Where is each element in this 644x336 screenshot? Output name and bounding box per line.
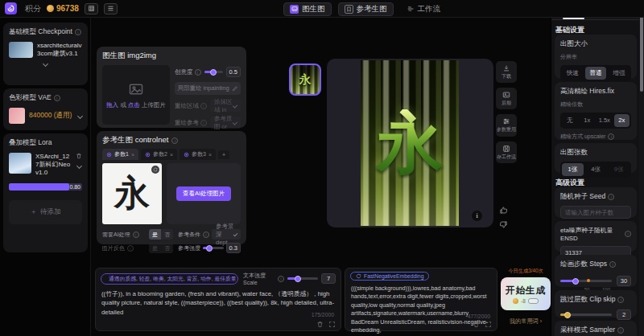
ref-strength-knob[interactable] — [206, 245, 213, 252]
no-option[interactable]: 否 — [161, 243, 173, 253]
menu-icon[interactable] — [104, 3, 118, 14]
thumbnail-glyph: 永 — [299, 72, 312, 88]
checkpoint-thumbnail — [9, 42, 33, 58]
chevron-down-icon[interactable] — [77, 113, 83, 118]
invert-toggle[interactable]: 是否 — [149, 243, 173, 253]
expand-icon[interactable] — [328, 321, 336, 328]
steps-slider[interactable] — [560, 280, 612, 282]
prompt-suggestion-pill[interactable]: 通透的质感, 轻盈, 唯美, 太阳光, 背景, 动作, 最佳质量 — [101, 273, 238, 285]
seed-input[interactable] — [560, 206, 631, 219]
view-ai-image-button[interactable]: 查看AI处理图片 — [176, 186, 231, 201]
grid-view-icon[interactable] — [85, 3, 98, 14]
info-icon — [609, 261, 616, 268]
generated-image[interactable]: 永 — [361, 60, 459, 226]
clip-skip-slider[interactable] — [560, 313, 612, 316]
trash-icon[interactable] — [76, 153, 82, 159]
ai-process-toggle[interactable]: 是否 — [149, 229, 173, 240]
tab-workflow[interactable]: 工作流 — [400, 2, 448, 16]
lora-card[interactable]: 叠加模型 Lora XSArchi_127新科幻Neov1.0 0.80 ＋ 待… — [3, 133, 88, 252]
trash-icon[interactable] — [473, 321, 480, 328]
info-icon — [200, 103, 207, 109]
lora-weight-slider[interactable]: 0.80 — [9, 183, 82, 191]
add-lora-label: 待添加 — [40, 207, 61, 217]
hires-1x[interactable]: 1x — [580, 114, 596, 127]
download-icon — [502, 64, 510, 72]
controlnet-tab-1[interactable]: 参数1× — [102, 149, 138, 160]
hires-2x[interactable]: 2x — [614, 114, 630, 127]
negative-embedding-pill[interactable]: FastNegativeEmbedding — [350, 272, 429, 281]
image-info-icon[interactable]: i — [472, 211, 482, 221]
count-1[interactable]: 1张 — [562, 163, 584, 176]
tab-img2img[interactable]: 图生图 — [283, 2, 332, 16]
feedback-icons — [499, 206, 508, 229]
ensd-title: eta噪声种子随机量 ENSD — [560, 226, 622, 242]
yes-option[interactable]: 是 — [149, 229, 161, 240]
thumbs-up-icon[interactable] — [499, 206, 508, 215]
hires-title: 高清精绘 Hires.fix — [560, 87, 631, 96]
refresh-icon[interactable] — [151, 166, 159, 174]
steps-knob[interactable] — [572, 278, 579, 285]
resolution-normal[interactable]: 普通 — [585, 67, 607, 80]
reuse-params-button[interactable]: 参数重用 — [496, 114, 517, 136]
close-icon[interactable]: × — [131, 152, 134, 158]
hires-fix-card: 高清精绘 Hires.fix 精绘倍数 无 1x 1.5x 2x 精绘方式 up… — [555, 82, 637, 140]
app-logo-icon[interactable] — [5, 2, 17, 14]
trash-icon[interactable] — [316, 321, 324, 328]
download-button[interactable]: 下载 — [496, 61, 517, 83]
positive-prompt-actions — [316, 321, 336, 328]
yes-option[interactable]: 是 — [149, 243, 161, 253]
image-icon — [290, 5, 299, 14]
controlnet-tab-2[interactable]: 参数2× — [141, 149, 177, 160]
redraw-ref-select[interactable]: 参考原图 or — [210, 117, 241, 129]
thumbs-down-icon[interactable] — [499, 220, 508, 229]
processed-image-area: 查看AI处理图片 — [167, 163, 241, 224]
result-thumbnail[interactable]: 永 — [289, 64, 321, 96]
cfg-scale-knob[interactable] — [295, 276, 301, 282]
post-edit-button[interactable]: 后期 — [496, 88, 517, 109]
generate-zone: 今日生成3/40次 开始生成 -8 我的常用词 › — [501, 268, 551, 332]
ref-condition-select[interactable]: 参考景深 dept — [212, 229, 241, 240]
controlnet-tab-add[interactable]: + — [218, 150, 229, 159]
refresh-icon — [356, 273, 361, 279]
dropzone-upload-label: 上传图片 — [140, 101, 166, 109]
dropzone-click-label[interactable]: 点击 — [128, 101, 140, 109]
save-workflow-button[interactable]: 存工作流 — [496, 141, 517, 163]
ai-process-label: 需要AI处理 — [102, 231, 130, 239]
no-option[interactable]: 否 — [161, 229, 173, 240]
inpainting-button[interactable]: 局部重绘 inpainting — [175, 82, 241, 95]
close-icon[interactable]: × — [208, 152, 212, 158]
count-4[interactable]: 4张 — [585, 163, 607, 176]
chevron-down-icon[interactable] — [76, 163, 81, 169]
image-size-card: 出图大小 分辨率 快速 普通 增强 — [555, 35, 637, 79]
checkpoint-card[interactable]: 基础模型 Checkpoint xsarchitecturalv3com建筑v3… — [3, 23, 88, 85]
expand-icon[interactable] — [485, 321, 492, 328]
positive-prompt-box: 通透的质感, 轻盈, 唯美, 太阳光, 背景, 动作, 最佳质量 文本强度 Sc… — [95, 268, 341, 331]
clip-skip-title: 跳过层数 Clip skip — [560, 295, 615, 305]
chevron-down-icon — [233, 232, 238, 237]
favorite-prompts-link[interactable]: 我的常用词 › — [501, 318, 551, 326]
controlnet-tab-2-label: 参数2 — [153, 150, 167, 158]
info-icon — [200, 120, 207, 126]
vae-card[interactable]: 色彩模型 VAE 840000 (通用) — [3, 88, 88, 130]
image-upload-dropzone[interactable]: 拖入 或 点击 上传图片 — [102, 65, 170, 125]
resolution-fast[interactable]: 快速 — [562, 67, 584, 80]
creativity-slider[interactable] — [204, 71, 223, 73]
creativity-knob[interactable] — [210, 69, 217, 76]
hires-none[interactable]: 无 — [562, 114, 578, 127]
resolution-enhanced[interactable]: 增强 — [608, 67, 630, 80]
hires-15x[interactable]: 1.5x — [597, 114, 613, 127]
redraw-area-select[interactable]: 涂抹区域 in — [210, 100, 241, 112]
tab-reference[interactable]: 参考生图 — [338, 2, 394, 16]
chevron-down-icon[interactable] — [43, 61, 48, 67]
generate-button[interactable]: 开始生成 -8 — [501, 277, 551, 310]
ref-strength-slider[interactable] — [203, 247, 224, 249]
close-icon[interactable]: × — [170, 152, 173, 158]
cfg-scale-slider[interactable] — [287, 277, 318, 280]
clip-skip-knob[interactable] — [564, 312, 571, 318]
controlnet-tab-3[interactable]: 参数3× — [180, 149, 216, 160]
add-lora-button[interactable]: ＋ 待添加 — [9, 200, 82, 224]
controlnet-reference-image[interactable]: 永 — [102, 163, 162, 224]
page-scrollbar[interactable] — [639, 0, 644, 336]
tab-img2img-label: 图生图 — [302, 4, 325, 14]
positive-prompt-text[interactable]: ((竹子)), in a blooming garden, (fresh and… — [96, 285, 341, 321]
